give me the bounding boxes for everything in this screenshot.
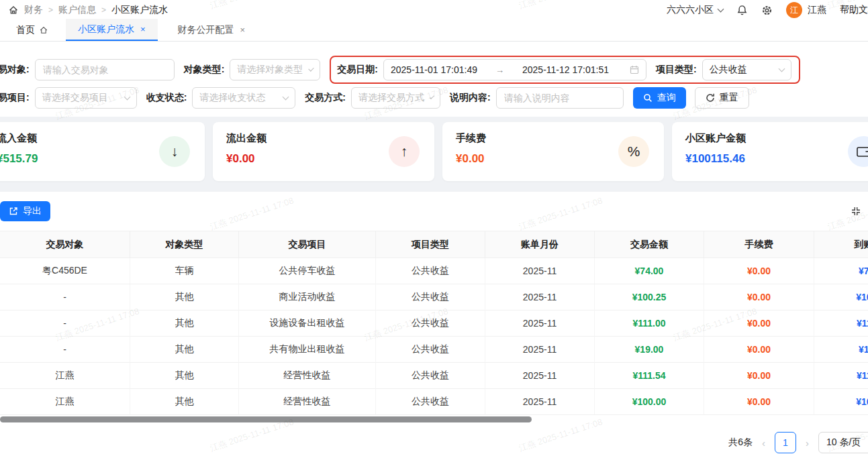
column-header: 到账金额 [814, 231, 868, 258]
filter-trade-target: 交易对象: [0, 59, 175, 80]
card-fee: 手续费 ¥0.00 % [442, 122, 664, 181]
filter-panel: 交易对象: 对象类型: 请选择对象类型 交易日期: 2025-11-01 17:… [0, 42, 868, 117]
scrollbar-thumb[interactable] [0, 416, 532, 422]
trade-date-label: 交易日期: [337, 64, 378, 76]
table-cell: 江燕 [0, 363, 130, 389]
table-row[interactable]: 粤C456DE车辆公共停车收益公共收益2025-11¥74.00¥0.00¥74… [0, 258, 868, 284]
table-cell: ¥0.00 [704, 363, 814, 389]
arrow-right-icon: → [491, 65, 508, 75]
user-menu[interactable]: 江 江燕 [786, 2, 826, 18]
breadcrumb-finance[interactable]: 财务 [24, 4, 43, 16]
table-cell: 公共收益 [376, 284, 485, 310]
table-cell: ¥0.00 [704, 389, 814, 415]
table-cell: 共有物业出租收益 [239, 337, 376, 363]
trade-target-input[interactable] [35, 59, 175, 80]
select-value: 公共收益 [710, 64, 747, 76]
column-header: 手续费 [704, 231, 814, 258]
table-row[interactable]: -其他商业活动收益公共收益2025-11¥100.25¥0.00¥100.25 [0, 284, 868, 310]
trade-project-label: 交易项目: [0, 92, 30, 104]
table-cell: - [0, 337, 130, 363]
column-header: 账单月份 [485, 231, 595, 258]
date-range-picker[interactable]: 2025-11-01 17:01:49 → 2025-11-12 17:01:5… [383, 59, 646, 80]
breadcrumb-separator: > [48, 5, 53, 15]
table-cell: 2025-11 [485, 389, 595, 415]
table-row[interactable]: 江燕其他经营性收益公共收益2025-11¥111.54¥0.00¥111.54 [0, 363, 868, 389]
filter-inout-status: 收支状态: 请选择收支状态 [146, 87, 296, 109]
inout-status-select[interactable]: 请选择收支状态 [192, 87, 295, 109]
table-cell: 江燕 [0, 389, 130, 415]
target-type-label: 对象类型: [184, 64, 225, 76]
remark-input[interactable] [496, 87, 624, 109]
chevron-right-icon[interactable]: › [804, 437, 810, 449]
date-start[interactable]: 2025-11-01 17:01:49 [391, 64, 477, 75]
page-size-select[interactable]: 10 条/页 [818, 432, 868, 453]
table-cell: 其他 [130, 337, 239, 363]
table-cell: ¥111.54 [814, 363, 868, 389]
table-cell: 2025-11 [485, 337, 595, 363]
trade-target-label: 交易对象: [0, 64, 30, 76]
table-cell: 2025-11 [485, 284, 595, 310]
table-cell: ¥19.00 [814, 337, 868, 363]
table-cell: 设施设备出租收益 [239, 310, 376, 337]
column-header: 项目类型 [376, 231, 485, 258]
column-header: 交易项目 [239, 231, 376, 258]
table-cell: 公共收益 [376, 258, 485, 284]
avatar: 江 [786, 2, 802, 18]
horizontal-scrollbar[interactable] [0, 416, 868, 423]
table-cell: ¥74.00 [595, 258, 704, 284]
table-cell: 公共收益 [376, 337, 485, 363]
table-row[interactable]: -其他设施设备出租收益公共收益2025-11¥111.00¥0.00¥111.0… [0, 310, 868, 337]
table-cell: - [0, 284, 130, 310]
table-cell: ¥19.00 [595, 337, 704, 363]
filter-remark: 说明内容: [450, 87, 624, 109]
table-cell: ¥111.00 [595, 310, 704, 337]
table-row[interactable]: 江燕其他经营性收益公共收益2025-11¥100.00¥0.00¥100.00 [0, 389, 868, 415]
table-cell: ¥100.00 [814, 389, 868, 415]
search-button[interactable]: 查询 [633, 87, 686, 109]
date-end[interactable]: 2025-11-12 17:01:51 [522, 64, 609, 75]
tab-home-label: 首页 [16, 24, 35, 36]
community-selector[interactable]: 六六六小区 [667, 4, 723, 16]
table-toolbar: 导出 [0, 201, 868, 222]
pagination-page-1[interactable]: 1 [775, 432, 796, 453]
reset-button[interactable]: 重置 [695, 87, 749, 109]
breadcrumb-account-info[interactable]: 账户信息 [58, 4, 96, 16]
settings-gear-icon[interactable] [761, 5, 773, 16]
page-size-value: 10 条/页 [826, 437, 861, 449]
remark-label: 说明内容: [450, 92, 491, 104]
trade-project-select[interactable]: 请选择交易项目 [35, 87, 137, 109]
card-inflow-amount: 流入金额 ¥515.79 ↓ [0, 122, 205, 181]
notification-bell-icon[interactable] [736, 5, 748, 16]
project-type-label: 项目类型: [656, 64, 697, 76]
export-button[interactable]: 导出 [0, 201, 50, 221]
table-row[interactable]: -其他共有物业出租收益公共收益2025-11¥19.00¥0.00¥19.00 [0, 337, 868, 363]
topbar: 财务 > 账户信息 > 小区账户流水 六六六小区 江 江燕 帮助文档 [0, 0, 868, 19]
select-placeholder: 请选择交易方式 [358, 92, 424, 104]
table-cell: 公共停车收益 [239, 258, 376, 284]
fullscreen-icon[interactable] [851, 206, 861, 217]
table-cell: 公共收益 [376, 310, 485, 337]
data-table: 交易对象对象类型交易项目项目类型账单月份交易金额手续费到账金额 粤C456DE车… [0, 231, 868, 415]
project-type-select[interactable]: 公共收益 [702, 59, 791, 80]
export-button-label: 导出 [23, 205, 42, 217]
target-type-select[interactable]: 请选择对象类型 [230, 59, 320, 80]
chevron-down-icon [430, 94, 434, 99]
table-cell: ¥0.00 [704, 310, 814, 337]
select-placeholder: 请选择交易项目 [42, 92, 108, 104]
close-icon[interactable]: × [140, 24, 146, 34]
chevron-down-icon [309, 66, 314, 71]
help-link[interactable]: 帮助文档 [840, 4, 868, 16]
arrow-up-icon: ↑ [389, 136, 420, 167]
home-icon[interactable] [8, 5, 19, 15]
table-cell: ¥74.00 [814, 258, 868, 284]
trade-method-select[interactable]: 请选择交易方式 [351, 87, 440, 109]
tab-community-account-flow[interactable]: 小区账户流水 × [66, 19, 158, 41]
chevron-left-icon[interactable]: ‹ [761, 437, 767, 449]
chevron-down-icon [124, 93, 130, 100]
tab-finance-public-config[interactable]: 财务公开配置 × [166, 19, 258, 41]
search-button-label: 查询 [657, 92, 676, 104]
close-icon[interactable]: × [240, 25, 246, 35]
calendar-icon [630, 65, 639, 74]
arrow-down-icon: ↓ [159, 136, 190, 167]
tab-home[interactable]: 首页 [7, 19, 58, 41]
